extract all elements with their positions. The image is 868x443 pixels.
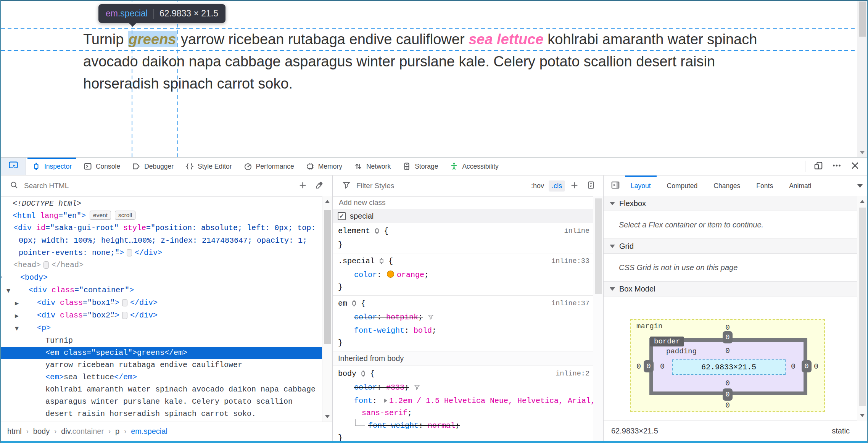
sidebar-tab-animati[interactable]: Animati: [781, 176, 819, 196]
boxmodel-section-header[interactable]: Box Model: [604, 282, 867, 296]
rule-selector-line[interactable]: element{: [333, 225, 603, 239]
markup-row[interactable]: ▼<body>: [1, 272, 323, 284]
scroll-down-icon[interactable]: [325, 415, 330, 418]
padding-right-value[interactable]: 0: [786, 360, 801, 372]
layout-scrollbar[interactable]: [857, 196, 867, 421]
page-scrollbar-down-icon[interactable]: [860, 151, 865, 154]
tab-console[interactable]: Console: [77, 158, 126, 175]
expand-value-icon[interactable]: [384, 398, 387, 403]
markup-row[interactable]: <html lang="en">eventscroll: [1, 210, 323, 222]
tab-storage[interactable]: Storage: [396, 158, 444, 175]
rules-scrollbar-thumb[interactable]: [595, 198, 602, 294]
rule-selector[interactable]: element: [338, 227, 370, 235]
tab-inspector[interactable]: Inspector: [26, 158, 77, 175]
collapse-arrow-icon[interactable]: ▼: [29, 322, 37, 335]
eyedropper-button[interactable]: [311, 178, 328, 193]
sidebar-tab-layout[interactable]: Layout: [623, 176, 659, 196]
color-swatch[interactable]: [387, 271, 394, 278]
add-node-button[interactable]: [294, 178, 311, 193]
breadcrumb-item[interactable]: body: [33, 427, 50, 436]
add-new-class-input[interactable]: [338, 198, 598, 207]
padding-top-value[interactable]: 0: [720, 345, 735, 357]
overridden-filter-icon[interactable]: [427, 314, 434, 323]
markup-row[interactable]: ▶<div class="box2">…</div>: [1, 309, 323, 322]
responsive-mode-button[interactable]: [810, 159, 827, 174]
rule-source-link[interactable]: inline:2: [556, 368, 589, 380]
event-badge[interactable]: event: [90, 211, 111, 220]
css-declaration[interactable]: color: hotpink;: [333, 311, 603, 325]
markup-scrollbar[interactable]: [322, 196, 332, 422]
pseudo-class-button[interactable]: :hov: [528, 180, 547, 192]
margin-right-value[interactable]: 0: [808, 360, 824, 372]
scroll-up-icon[interactable]: [860, 200, 865, 203]
rule-selector[interactable]: em: [338, 299, 347, 308]
inline-expander[interactable]: …: [127, 249, 132, 256]
inline-expander[interactable]: …: [122, 299, 127, 306]
margin-bottom-value[interactable]: 0: [720, 399, 735, 411]
layout-scrollbar-thumb[interactable]: [859, 208, 866, 406]
markup-row[interactable]: ▶<div class="box1">…</div>: [1, 297, 323, 309]
inline-expander[interactable]: …: [122, 312, 127, 319]
filter-styles-input[interactable]: [356, 181, 521, 190]
markup-row[interactable]: ▼<p>: [1, 322, 323, 335]
all-tabs-menu-icon[interactable]: [857, 184, 863, 188]
markup-row[interactable]: Turnip: [1, 335, 323, 347]
markup-row[interactable]: <em>sea lettuce</em>: [1, 371, 323, 383]
page-scrollbar-thumb[interactable]: [859, 2, 866, 37]
sidebar-tab-changes[interactable]: Changes: [705, 176, 748, 196]
breadcrumb-item[interactable]: em.special: [131, 427, 167, 436]
rule-source-link[interactable]: inline:37: [551, 298, 589, 310]
node-picker-button[interactable]: [1, 158, 26, 175]
border-top-value[interactable]: 0: [723, 331, 733, 343]
css-declaration[interactable]: color: orange;: [333, 269, 603, 281]
expand-arrow-icon[interactable]: ▶: [29, 297, 37, 309]
print-simulation-button[interactable]: [583, 178, 599, 193]
add-rule-button[interactable]: [566, 178, 583, 193]
markup-row[interactable]: kohlrabi amaranth water spinach avocado …: [1, 383, 323, 420]
markup-row[interactable]: <!DOCTYPE html>: [1, 198, 323, 210]
expand-sidebar-button[interactable]: [608, 178, 623, 193]
markup-row-selected[interactable]: <em class="special">greens</em>: [1, 347, 323, 359]
tab-accessibility[interactable]: Accessibility: [444, 158, 504, 175]
scroll-down-icon[interactable]: [860, 414, 865, 417]
css-declaration[interactable]: color: #333;: [333, 382, 603, 395]
highlight-selector-icon[interactable]: [359, 371, 367, 380]
tab-memory[interactable]: Memory: [300, 158, 348, 175]
rule-source-link[interactable]: inline:33: [551, 255, 589, 267]
markup-row[interactable]: ▶<div id="saka-gui-root" style="position…: [1, 222, 323, 259]
border-left-value[interactable]: 0: [644, 360, 654, 372]
overridden-filter-icon[interactable]: [414, 384, 420, 393]
rule-source-link[interactable]: inline: [564, 225, 589, 237]
inline-expander[interactable]: …: [43, 261, 49, 269]
breadcrumb-item[interactable]: p: [115, 427, 119, 436]
sidebar-tab-computed[interactable]: Computed: [659, 176, 706, 196]
meatball-menu-button[interactable]: [828, 159, 845, 174]
css-declaration[interactable]: font-weight: bold;: [333, 325, 603, 337]
markup-scrollbar-thumb[interactable]: [324, 210, 331, 344]
rule-selector[interactable]: body: [338, 369, 356, 378]
box-model-content[interactable]: 62.9833×21.5: [672, 359, 786, 375]
padding-left-value[interactable]: 0: [655, 360, 670, 372]
expand-arrow-icon[interactable]: ▶: [5, 222, 13, 235]
close-devtools-button[interactable]: [847, 159, 863, 174]
page-scrollbar[interactable]: [857, 1, 867, 157]
breadcrumb-item[interactable]: html: [7, 427, 22, 436]
flexbox-section-header[interactable]: Flexbox: [604, 196, 867, 211]
highlight-selector-icon[interactable]: [378, 258, 385, 267]
rules-scrollbar[interactable]: [593, 196, 603, 441]
padding-bottom-value[interactable]: 0: [720, 377, 735, 389]
tab-debugger[interactable]: Debugger: [126, 158, 179, 175]
expand-arrow-icon[interactable]: ▶: [5, 259, 13, 272]
breadcrumb-item[interactable]: div.container: [61, 427, 104, 436]
collapse-arrow-icon[interactable]: ▼: [12, 272, 20, 284]
expand-arrow-icon[interactable]: ▶: [29, 310, 37, 322]
grid-section-header[interactable]: Grid: [604, 239, 867, 254]
css-declaration[interactable]: font-weight: normal;: [333, 419, 603, 432]
scroll-up-icon[interactable]: [325, 200, 330, 203]
tab-network[interactable]: Network: [348, 158, 396, 175]
collapse-arrow-icon[interactable]: ▼: [20, 285, 29, 297]
class-checkbox[interactable]: ✓: [338, 212, 346, 220]
markup-row[interactable]: yarrow ricebean rutabaga endive cauliflo…: [1, 359, 323, 371]
highlight-selector-icon[interactable]: [350, 301, 358, 309]
rule-selector[interactable]: .special: [338, 257, 375, 266]
